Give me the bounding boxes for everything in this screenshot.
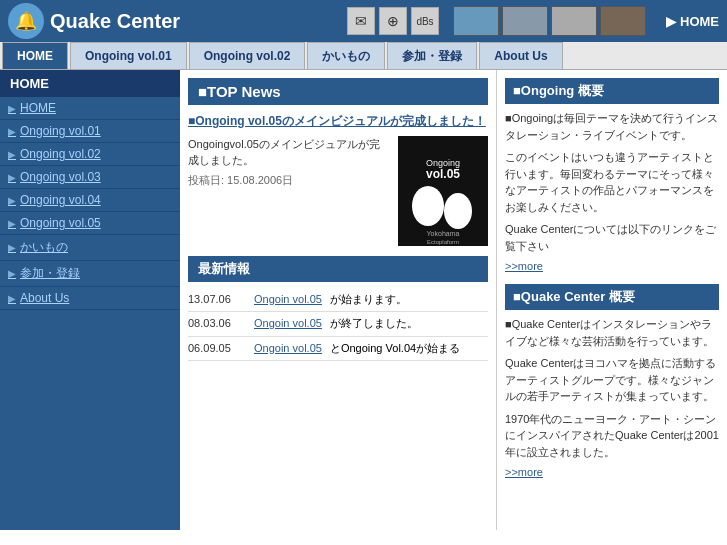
header-home-button[interactable]: ▶ HOME: [666, 14, 719, 29]
sidebar-item-ongoing04[interactable]: ▶ Ongoing vol.04: [0, 189, 180, 212]
ongoing-quake-center-text: Quake Centerについては以下のリンクをご覧下さい: [505, 221, 719, 254]
dbs-icon[interactable]: dBs: [411, 7, 439, 35]
quake-center-text3: 1970年代のニューヨーク・アート・シーンにインスパイアされたQuake Cen…: [505, 411, 719, 461]
info-date-1: 13.07.06: [188, 292, 246, 307]
info-row-3: 06.09.05 Ongoin vol.05 とOngoing Vol.04が始…: [188, 337, 488, 361]
tab-ongoing-02[interactable]: Ongoing vol.02: [189, 42, 306, 69]
logo-text: Quake Center: [50, 10, 180, 33]
right-column: ■Ongoing 概要 ■Ongoingは毎回テーマを決めて行うインスタレーショ…: [497, 70, 727, 530]
info-date-2: 08.03.06: [188, 316, 246, 331]
ongoing-text2: このイベントはいつも違うアーティストと行います。毎回変わるテーマにそって様々なア…: [505, 149, 719, 215]
sidebar-item-ongoing01[interactable]: ▶ Ongoing vol.01: [0, 120, 180, 143]
arrow-icon: ▶: [8, 268, 16, 279]
news-article-image: Ongoing vol.05 Yokohama Ectoplaform: [398, 136, 488, 246]
ongoing-header: ■Ongoing 概要: [505, 78, 719, 104]
quake-center-more-link[interactable]: >>more: [505, 466, 719, 478]
header-icons: ✉ ⊕ dBs: [347, 7, 447, 35]
arrow-icon: ▶: [8, 103, 16, 114]
info-header: 最新情報: [188, 256, 488, 282]
logo-area: 🔔 Quake Center: [8, 3, 341, 39]
quake-center-text2: Quake Centerはヨコハマを拠点に活動するアーティストグループです。様々…: [505, 355, 719, 405]
info-text-1: が始まります。: [330, 292, 407, 307]
header-img-2[interactable]: [502, 6, 548, 36]
info-link-1[interactable]: Ongoin vol.05: [254, 292, 322, 307]
main-layout: HOME ▶ HOME ▶ Ongoing vol.01 ▶ Ongoing v…: [0, 70, 727, 530]
header-img-1[interactable]: [453, 6, 499, 36]
svg-point-4: [444, 193, 472, 229]
arrow-icon: ▶: [8, 293, 16, 304]
info-row-1: 13.07.06 Ongoin vol.05 が始まります。: [188, 288, 488, 312]
arrow-icon: ▶: [8, 218, 16, 229]
play-icon: ▶: [666, 14, 676, 29]
svg-text:Ectoplaform: Ectoplaform: [427, 239, 459, 245]
quake-center-section: ■Quake Center 概要 ■Quake Centerはインスタレーション…: [505, 284, 719, 478]
news-article-text: Ongoingvol.05のメインビジュアルが完成しました。: [188, 136, 388, 169]
arrow-icon: ▶: [8, 242, 16, 253]
arrow-icon: ▶: [8, 172, 16, 183]
sidebar-home-label[interactable]: HOME: [0, 70, 180, 97]
nav-tabs: HOME Ongoing vol.01 Ongoing vol.02 かいもの …: [0, 42, 727, 70]
tab-kaimono[interactable]: かいもの: [307, 42, 385, 69]
arrow-icon: ▶: [8, 149, 16, 160]
logo-icon: 🔔: [8, 3, 44, 39]
sidebar-item-ongoing03[interactable]: ▶ Ongoing vol.03: [0, 166, 180, 189]
sidebar-item-home[interactable]: ▶ HOME: [0, 97, 180, 120]
news-article-date: 投稿日: 15.08.2006日: [188, 173, 388, 188]
content: ■TOP News ■Ongoing vol.05のメインビジュアルが完成しまし…: [180, 70, 727, 530]
info-text-2: が終了しました。: [330, 316, 418, 331]
sidebar-item-kaimono[interactable]: ▶ かいもの: [0, 235, 180, 261]
header-img-4[interactable]: [600, 6, 646, 36]
header-img-3[interactable]: [551, 6, 597, 36]
svg-text:Yokohama: Yokohama: [427, 230, 460, 237]
ongoing-text1: ■Ongoingは毎回テーマを決めて行うインスタレーション・ライブイベントです。: [505, 110, 719, 143]
info-text-3: とOngoing Vol.04が始まる: [330, 341, 460, 356]
ongoing-section: ■Ongoing 概要 ■Ongoingは毎回テーマを決めて行うインスタレーショ…: [505, 78, 719, 272]
quake-center-header: ■Quake Center 概要: [505, 284, 719, 310]
news-text-area: Ongoingvol.05のメインビジュアルが完成しました。 投稿日: 15.0…: [188, 136, 388, 246]
svg-text:vol.05: vol.05: [426, 167, 460, 181]
arrow-icon: ▶: [8, 195, 16, 206]
tab-ongoing-01[interactable]: Ongoing vol.01: [70, 42, 187, 69]
header-images: [453, 6, 646, 36]
sidebar-item-ongoing05[interactable]: ▶ Ongoing vol.05: [0, 212, 180, 235]
ongoing-more-link[interactable]: >>more: [505, 260, 719, 272]
sidebar: HOME ▶ HOME ▶ Ongoing vol.01 ▶ Ongoing v…: [0, 70, 180, 530]
news-article-title[interactable]: ■Ongoing vol.05のメインビジュアルが完成しました！: [188, 113, 488, 130]
top-news-header: ■TOP News: [188, 78, 488, 105]
header: 🔔 Quake Center ✉ ⊕ dBs ▶ HOME: [0, 0, 727, 42]
sidebar-item-sanka[interactable]: ▶ 参加・登録: [0, 261, 180, 287]
sidebar-item-ongoing02[interactable]: ▶ Ongoing vol.02: [0, 143, 180, 166]
tab-about-us[interactable]: About Us: [479, 42, 562, 69]
svg-point-3: [412, 186, 444, 226]
info-link-3[interactable]: Ongoin vol.05: [254, 341, 322, 356]
quake-center-text1: ■Quake Centerはインスタレーションやライブなど様々な芸術活動を行って…: [505, 316, 719, 349]
center-column: ■TOP News ■Ongoing vol.05のメインビジュアルが完成しまし…: [180, 70, 497, 530]
info-link-2[interactable]: Ongoin vol.05: [254, 316, 322, 331]
sidebar-item-about-us[interactable]: ▶ About Us: [0, 287, 180, 310]
news-body: Ongoingvol.05のメインビジュアルが完成しました。 投稿日: 15.0…: [188, 136, 488, 246]
location-icon[interactable]: ⊕: [379, 7, 407, 35]
info-date-3: 06.09.05: [188, 341, 246, 356]
arrow-icon: ▶: [8, 126, 16, 137]
mail-icon[interactable]: ✉: [347, 7, 375, 35]
tab-home[interactable]: HOME: [2, 42, 68, 69]
info-row-2: 08.03.06 Ongoin vol.05 が終了しました。: [188, 312, 488, 336]
tab-sanka[interactable]: 参加・登録: [387, 42, 477, 69]
